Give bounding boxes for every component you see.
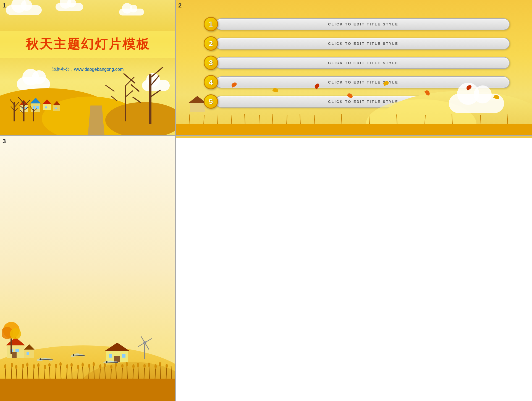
s2-house-body (190, 102, 205, 112)
svg-line-26 (30, 106, 33, 110)
svg-line-77 (44, 368, 45, 379)
svg-line-89 (111, 368, 111, 379)
slide-3-number: 3 (2, 138, 6, 145)
svg-point-104 (22, 364, 24, 368)
svg-line-30 (204, 115, 204, 124)
svg-line-85 (89, 367, 89, 379)
slide-2: 2 1 CLICK TO EDIT TITLE STYLE 2 CLICK TO… (175, 0, 532, 136)
list-badge-4: 4 (204, 75, 218, 89)
svg-line-99 (166, 367, 167, 379)
svg-line-76 (38, 366, 39, 379)
list-item-3[interactable]: 3 CLICK TO EDIT TITLE STYLE (204, 56, 510, 70)
svg-line-88 (105, 366, 105, 379)
svg-line-67 (145, 343, 149, 350)
svg-rect-28 (176, 124, 532, 135)
list-badge-2: 2 (204, 36, 218, 51)
big-tree (142, 69, 159, 124)
s3-autumn-tree-svg (2, 321, 24, 354)
svg-line-35 (272, 114, 273, 124)
svg-point-56 (10, 328, 21, 339)
small-trees-svg (9, 85, 53, 121)
svg-line-45 (507, 114, 508, 124)
svg-line-83 (78, 368, 78, 379)
svg-line-34 (259, 115, 260, 124)
list-pill-1[interactable]: CLICK TO EDIT TITLE STYLE (215, 18, 510, 30)
list-badge-5: 5 (204, 94, 218, 109)
road (88, 105, 104, 135)
svg-line-87 (100, 368, 100, 379)
cloud-1 (6, 5, 42, 15)
s2-wheat-svg (176, 113, 532, 135)
leaf-3 (314, 83, 320, 89)
svg-line-79 (56, 367, 56, 379)
slide-1-number: 1 (2, 2, 6, 9)
list-pill-3[interactable]: CLICK TO EDIT TITLE STYLE (215, 57, 510, 69)
svg-line-90 (116, 366, 116, 379)
svg-line-40 (369, 115, 370, 124)
svg-line-41 (397, 114, 397, 124)
list-badge-1: 1 (204, 17, 218, 31)
svg-line-78 (49, 366, 50, 379)
svg-line-65 (141, 336, 145, 343)
svg-line-94 (138, 366, 138, 379)
svg-line-32 (231, 115, 232, 124)
med-tree (120, 80, 131, 121)
svg-line-74 (27, 366, 28, 379)
list-pill-2[interactable]: CLICK TO EDIT TITLE STYLE (215, 38, 510, 50)
svg-line-72 (16, 368, 17, 379)
svg-line-15 (10, 99, 14, 105)
slide-1-title-area: 秋天主题幻灯片模板 (0, 31, 175, 58)
slide-1-main-title[interactable]: 秋天主题幻灯片模板 (3, 36, 172, 53)
svg-line-42 (425, 115, 425, 124)
svg-point-142 (106, 361, 108, 363)
list-badge-3: 3 (204, 56, 218, 70)
svg-point-101 (4, 364, 6, 369)
svg-line-44 (480, 115, 481, 124)
svg-line-43 (452, 114, 452, 124)
svg-rect-69 (0, 379, 175, 401)
slide-4-top-stripe (176, 136, 532, 138)
svg-point-129 (159, 362, 161, 366)
svg-line-84 (83, 366, 83, 379)
svg-rect-13 (55, 108, 57, 109)
svg-line-18 (14, 108, 18, 112)
leaf-5 (383, 80, 389, 86)
svg-point-128 (154, 364, 157, 369)
svg-line-70 (5, 368, 6, 379)
svg-point-127 (148, 363, 150, 367)
leaf-1 (231, 82, 237, 88)
svg-point-103 (15, 365, 17, 369)
svg-line-91 (122, 367, 122, 379)
slide-2-number: 2 (178, 2, 182, 9)
svg-marker-12 (53, 101, 61, 105)
svg-line-75 (33, 368, 34, 379)
svg-line-71 (11, 366, 12, 379)
slide-2-landscape (176, 80, 532, 135)
svg-line-16 (14, 102, 19, 108)
s2-house (190, 102, 205, 112)
svg-line-73 (22, 367, 23, 379)
svg-point-134 (40, 358, 41, 360)
svg-line-38 (314, 115, 315, 124)
list-item-2[interactable]: 2 CLICK TO EDIT TITLE STYLE (204, 36, 510, 51)
svg-point-130 (166, 364, 168, 368)
slide-4 (175, 136, 532, 401)
svg-line-95 (144, 367, 145, 379)
dragonflies-svg (28, 351, 138, 368)
svg-line-27 (33, 108, 37, 112)
slide-3-landscape (0, 312, 175, 401)
svg-line-82 (72, 366, 72, 379)
leaf-2 (272, 87, 279, 93)
leaf-4 (347, 92, 353, 99)
svg-line-96 (149, 366, 150, 379)
svg-line-81 (67, 368, 67, 379)
svg-line-39 (341, 114, 342, 124)
svg-line-33 (245, 114, 245, 124)
svg-marker-59 (105, 343, 130, 351)
svg-line-36 (287, 115, 287, 124)
list-item-1[interactable]: 1 CLICK TO EDIT TITLE STYLE (204, 17, 510, 31)
svg-point-138 (73, 354, 74, 356)
svg-line-97 (155, 368, 156, 379)
slide-1: 1 秋天主题幻灯片模板 道格办公，www.daogebangong.com (0, 0, 175, 136)
cloud-2 (56, 3, 83, 11)
